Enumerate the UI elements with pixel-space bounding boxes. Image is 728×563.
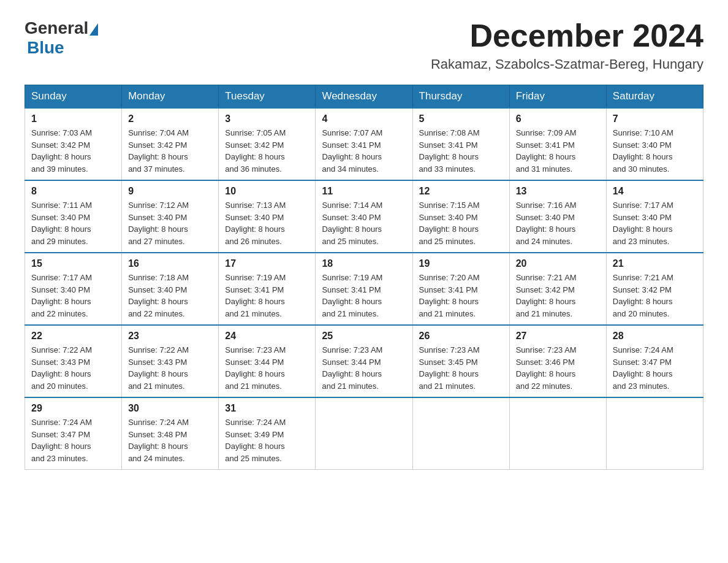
header-monday: Monday: [122, 85, 219, 109]
day-info: Sunrise: 7:08 AM Sunset: 3:41 PM Dayligh…: [419, 127, 503, 175]
day-info: Sunrise: 7:10 AM Sunset: 3:40 PM Dayligh…: [613, 127, 697, 175]
day-number: 28: [613, 331, 697, 342]
calendar-cell: 3 Sunrise: 7:05 AM Sunset: 3:42 PM Dayli…: [219, 108, 316, 180]
calendar-cell: 22 Sunrise: 7:22 AM Sunset: 3:43 PM Dayl…: [25, 325, 122, 397]
day-number: 7: [613, 113, 697, 124]
calendar-cell: 16 Sunrise: 7:18 AM Sunset: 3:40 PM Dayl…: [122, 253, 219, 325]
header-saturday: Saturday: [606, 85, 703, 109]
header-row: SundayMondayTuesdayWednesdayThursdayFrid…: [25, 85, 703, 109]
day-info: Sunrise: 7:04 AM Sunset: 3:42 PM Dayligh…: [128, 127, 212, 175]
calendar-cell: [412, 397, 509, 470]
day-number: 11: [322, 186, 406, 197]
calendar-cell: [509, 397, 606, 470]
day-info: Sunrise: 7:07 AM Sunset: 3:41 PM Dayligh…: [322, 127, 406, 175]
calendar-cell: 25 Sunrise: 7:23 AM Sunset: 3:44 PM Dayl…: [316, 325, 412, 397]
day-number: 27: [516, 331, 600, 342]
day-number: 13: [516, 186, 600, 197]
week-row-3: 15 Sunrise: 7:17 AM Sunset: 3:40 PM Dayl…: [25, 253, 703, 325]
day-info: Sunrise: 7:23 AM Sunset: 3:45 PM Dayligh…: [419, 344, 503, 392]
calendar-cell: 11 Sunrise: 7:14 AM Sunset: 3:40 PM Dayl…: [316, 180, 412, 253]
day-info: Sunrise: 7:22 AM Sunset: 3:43 PM Dayligh…: [31, 344, 115, 392]
calendar-cell: 23 Sunrise: 7:22 AM Sunset: 3:43 PM Dayl…: [122, 325, 219, 397]
day-number: 29: [31, 403, 115, 414]
day-info: Sunrise: 7:23 AM Sunset: 3:44 PM Dayligh…: [322, 344, 406, 392]
calendar-cell: 5 Sunrise: 7:08 AM Sunset: 3:41 PM Dayli…: [412, 108, 509, 180]
title-area: December 2024 Rakamaz, Szabolcs-Szatmar-…: [431, 18, 703, 72]
calendar-cell: 15 Sunrise: 7:17 AM Sunset: 3:40 PM Dayl…: [25, 253, 122, 325]
logo-general-text: General: [25, 18, 88, 38]
day-number: 22: [31, 331, 115, 342]
calendar-cell: 30 Sunrise: 7:24 AM Sunset: 3:48 PM Dayl…: [122, 397, 219, 470]
month-title: December 2024: [431, 18, 703, 53]
day-number: 2: [128, 113, 212, 124]
day-number: 1: [31, 113, 115, 124]
calendar-table: SundayMondayTuesdayWednesdayThursdayFrid…: [25, 85, 703, 470]
header-wednesday: Wednesday: [316, 85, 412, 109]
day-info: Sunrise: 7:24 AM Sunset: 3:49 PM Dayligh…: [225, 416, 309, 464]
calendar-cell: 27 Sunrise: 7:23 AM Sunset: 3:46 PM Dayl…: [509, 325, 606, 397]
day-info: Sunrise: 7:12 AM Sunset: 3:40 PM Dayligh…: [128, 199, 212, 247]
day-info: Sunrise: 7:20 AM Sunset: 3:41 PM Dayligh…: [419, 272, 503, 320]
day-info: Sunrise: 7:23 AM Sunset: 3:44 PM Dayligh…: [225, 344, 309, 392]
calendar-cell: 8 Sunrise: 7:11 AM Sunset: 3:40 PM Dayli…: [25, 180, 122, 253]
calendar-cell: [606, 397, 703, 470]
calendar-cell: 14 Sunrise: 7:17 AM Sunset: 3:40 PM Dayl…: [606, 180, 703, 253]
day-info: Sunrise: 7:15 AM Sunset: 3:40 PM Dayligh…: [419, 199, 503, 247]
week-row-5: 29 Sunrise: 7:24 AM Sunset: 3:47 PM Dayl…: [25, 397, 703, 470]
day-number: 18: [322, 258, 406, 269]
day-number: 9: [128, 186, 212, 197]
day-info: Sunrise: 7:22 AM Sunset: 3:43 PM Dayligh…: [128, 344, 212, 392]
day-info: Sunrise: 7:14 AM Sunset: 3:40 PM Dayligh…: [322, 199, 406, 247]
logo-blue-text: Blue: [27, 38, 64, 57]
day-number: 23: [128, 331, 212, 342]
header-thursday: Thursday: [412, 85, 509, 109]
day-number: 8: [31, 186, 115, 197]
day-number: 20: [516, 258, 600, 269]
calendar-cell: 24 Sunrise: 7:23 AM Sunset: 3:44 PM Dayl…: [219, 325, 316, 397]
calendar-cell: 31 Sunrise: 7:24 AM Sunset: 3:49 PM Dayl…: [219, 397, 316, 470]
day-number: 15: [31, 258, 115, 269]
day-info: Sunrise: 7:09 AM Sunset: 3:41 PM Dayligh…: [516, 127, 600, 175]
logo: General Blue: [25, 18, 99, 58]
day-info: Sunrise: 7:17 AM Sunset: 3:40 PM Dayligh…: [31, 272, 115, 320]
day-number: 16: [128, 258, 212, 269]
week-row-4: 22 Sunrise: 7:22 AM Sunset: 3:43 PM Dayl…: [25, 325, 703, 397]
calendar-cell: [316, 397, 412, 470]
calendar-cell: 6 Sunrise: 7:09 AM Sunset: 3:41 PM Dayli…: [509, 108, 606, 180]
calendar-cell: 20 Sunrise: 7:21 AM Sunset: 3:42 PM Dayl…: [509, 253, 606, 325]
calendar-cell: 17 Sunrise: 7:19 AM Sunset: 3:41 PM Dayl…: [219, 253, 316, 325]
day-number: 26: [419, 331, 503, 342]
day-number: 5: [419, 113, 503, 124]
calendar-cell: 4 Sunrise: 7:07 AM Sunset: 3:41 PM Dayli…: [316, 108, 412, 180]
header-tuesday: Tuesday: [219, 85, 316, 109]
day-number: 12: [419, 186, 503, 197]
calendar-cell: 18 Sunrise: 7:19 AM Sunset: 3:41 PM Dayl…: [316, 253, 412, 325]
calendar-cell: 7 Sunrise: 7:10 AM Sunset: 3:40 PM Dayli…: [606, 108, 703, 180]
logo-triangle-icon: [89, 23, 98, 36]
day-info: Sunrise: 7:18 AM Sunset: 3:40 PM Dayligh…: [128, 272, 212, 320]
calendar-cell: 26 Sunrise: 7:23 AM Sunset: 3:45 PM Dayl…: [412, 325, 509, 397]
page-header: General Blue December 2024 Rakamaz, Szab…: [25, 18, 703, 72]
day-number: 21: [613, 258, 697, 269]
calendar-cell: 29 Sunrise: 7:24 AM Sunset: 3:47 PM Dayl…: [25, 397, 122, 470]
day-number: 10: [225, 186, 309, 197]
week-row-1: 1 Sunrise: 7:03 AM Sunset: 3:42 PM Dayli…: [25, 108, 703, 180]
day-number: 4: [322, 113, 406, 124]
day-info: Sunrise: 7:16 AM Sunset: 3:40 PM Dayligh…: [516, 199, 600, 247]
day-number: 30: [128, 403, 212, 414]
day-number: 6: [516, 113, 600, 124]
day-number: 3: [225, 113, 309, 124]
day-info: Sunrise: 7:17 AM Sunset: 3:40 PM Dayligh…: [613, 199, 697, 247]
day-info: Sunrise: 7:13 AM Sunset: 3:40 PM Dayligh…: [225, 199, 309, 247]
day-info: Sunrise: 7:19 AM Sunset: 3:41 PM Dayligh…: [225, 272, 309, 320]
calendar-cell: 12 Sunrise: 7:15 AM Sunset: 3:40 PM Dayl…: [412, 180, 509, 253]
logo-text: General: [25, 18, 99, 38]
calendar-cell: 9 Sunrise: 7:12 AM Sunset: 3:40 PM Dayli…: [122, 180, 219, 253]
day-number: 24: [225, 331, 309, 342]
week-row-2: 8 Sunrise: 7:11 AM Sunset: 3:40 PM Dayli…: [25, 180, 703, 253]
day-info: Sunrise: 7:24 AM Sunset: 3:47 PM Dayligh…: [31, 416, 115, 464]
calendar-cell: 13 Sunrise: 7:16 AM Sunset: 3:40 PM Dayl…: [509, 180, 606, 253]
day-number: 19: [419, 258, 503, 269]
day-info: Sunrise: 7:11 AM Sunset: 3:40 PM Dayligh…: [31, 199, 115, 247]
day-info: Sunrise: 7:24 AM Sunset: 3:48 PM Dayligh…: [128, 416, 212, 464]
